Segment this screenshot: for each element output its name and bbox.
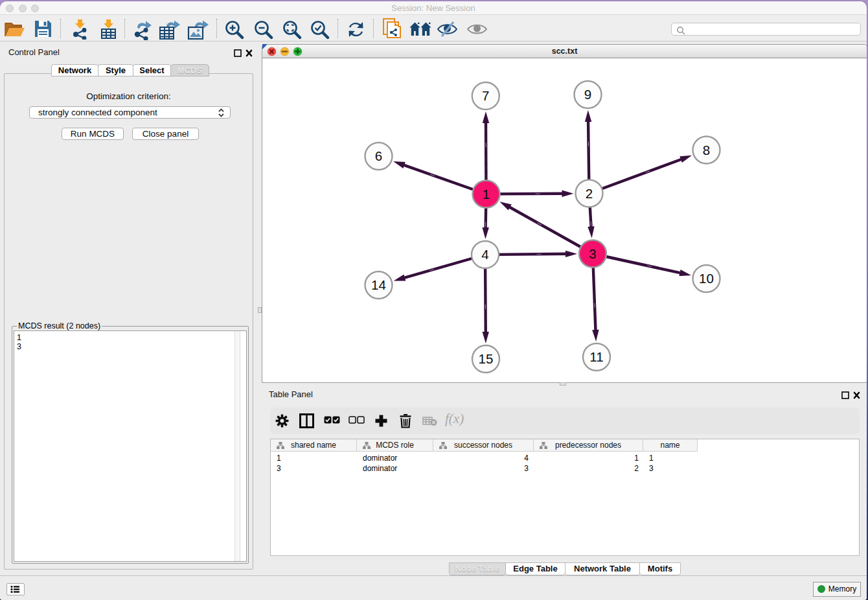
- svg-text:10: 10: [699, 271, 714, 286]
- svg-text:9: 9: [584, 87, 591, 102]
- svg-text:7: 7: [482, 88, 489, 103]
- svg-text:6: 6: [375, 148, 382, 163]
- svg-text:11: 11: [589, 349, 603, 364]
- svg-text:15: 15: [479, 351, 494, 366]
- svg-text:8: 8: [703, 143, 710, 157]
- svg-text:3: 3: [589, 246, 596, 261]
- svg-text:4: 4: [481, 247, 488, 262]
- svg-text:14: 14: [371, 277, 386, 292]
- svg-text:1: 1: [483, 187, 490, 202]
- svg-text:2: 2: [586, 186, 593, 201]
